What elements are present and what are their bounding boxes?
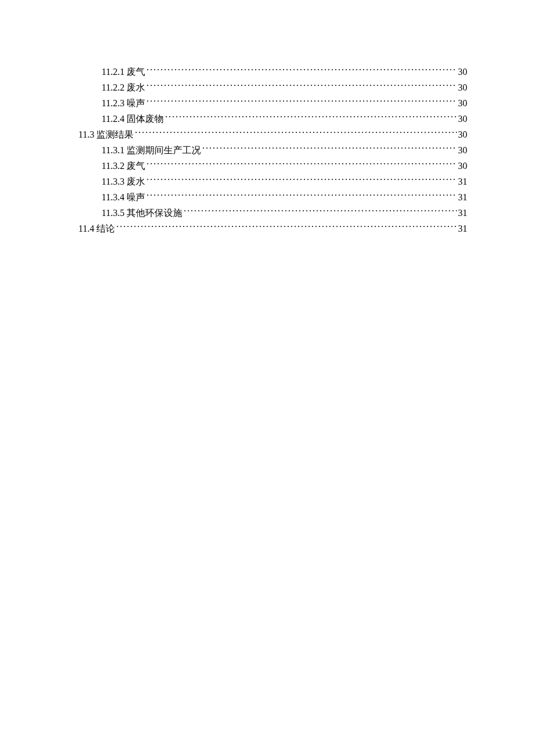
toc-label: 11.2.3 噪声 xyxy=(102,95,145,111)
toc-number: 11.3 xyxy=(78,129,94,139)
toc-number: 11.4 xyxy=(78,224,94,233)
toc-number: 11.3.2 xyxy=(102,161,124,171)
toc-page-number: 30 xyxy=(458,127,467,142)
toc-page-number: 31 xyxy=(458,174,467,189)
toc-title: 噪声 xyxy=(127,98,145,108)
toc-entry[interactable]: 11.3.2 废气30 xyxy=(78,158,467,174)
toc-leader-dots xyxy=(146,97,457,106)
toc-entry[interactable]: 11.2.1 废气30 xyxy=(78,64,467,80)
toc-number: 11.2.3 xyxy=(102,98,124,108)
toc-title: 废水 xyxy=(127,177,145,186)
toc-number: 11.2.1 xyxy=(102,67,124,77)
toc-entry[interactable]: 11.2.2 废水30 xyxy=(78,80,467,95)
toc-entry[interactable]: 11.2.3 噪声30 xyxy=(78,95,467,111)
toc-number: 11.3.4 xyxy=(102,192,124,202)
toc-title: 废气 xyxy=(127,161,145,171)
toc-label: 11.3.5 其他环保设施 xyxy=(102,205,182,221)
toc-page-number: 30 xyxy=(458,64,467,80)
toc-title: 噪声 xyxy=(127,192,145,202)
toc-title: 监测结果 xyxy=(96,129,134,139)
toc-label: 11.3.4 噪声 xyxy=(102,189,145,205)
toc-leader-dots xyxy=(146,66,457,75)
toc-label: 11.3.1 监测期间生产工况 xyxy=(102,142,201,158)
table-of-contents: 11.2.1 废气3011.2.2 废水3011.2.3 噪声3011.2.4 … xyxy=(78,64,467,236)
toc-number: 11.2.2 xyxy=(102,82,124,92)
toc-page-number: 31 xyxy=(458,221,467,236)
toc-entry[interactable]: 11.3.1 监测期间生产工况30 xyxy=(78,142,467,158)
toc-entry[interactable]: 11.2.4 固体废物30 xyxy=(78,111,467,127)
toc-title: 结论 xyxy=(96,224,115,233)
toc-page-number: 31 xyxy=(458,189,467,205)
toc-leader-dots xyxy=(116,222,457,232)
toc-entry[interactable]: 11.3.4 噪声31 xyxy=(78,189,467,205)
toc-leader-dots xyxy=(165,113,457,122)
toc-leader-dots xyxy=(146,191,457,200)
toc-title: 废水 xyxy=(127,82,145,92)
toc-page-number: 30 xyxy=(458,111,467,127)
toc-title: 废气 xyxy=(127,67,145,77)
toc-leader-dots xyxy=(135,128,457,138)
toc-label: 11.4 结论 xyxy=(78,221,115,236)
toc-leader-dots xyxy=(146,175,457,185)
toc-page-number: 30 xyxy=(458,158,467,174)
toc-leader-dots xyxy=(183,207,457,216)
toc-number: 11.3.3 xyxy=(102,177,124,186)
toc-title: 固体废物 xyxy=(127,114,164,124)
toc-leader-dots xyxy=(146,160,457,169)
toc-title: 其他环保设施 xyxy=(127,208,182,218)
toc-entry[interactable]: 11.3.5 其他环保设施31 xyxy=(78,205,467,221)
toc-label: 11.3.3 废水 xyxy=(102,174,145,189)
toc-label: 11.3.2 废气 xyxy=(102,158,145,174)
toc-number: 11.3.1 xyxy=(102,145,124,155)
toc-label: 11.2.4 固体废物 xyxy=(102,111,164,127)
toc-title: 监测期间生产工况 xyxy=(127,145,201,155)
toc-entry[interactable]: 11.3 监测结果30 xyxy=(78,127,467,142)
toc-leader-dots xyxy=(146,81,457,91)
toc-page-number: 30 xyxy=(458,80,467,95)
toc-page-number: 30 xyxy=(458,142,467,158)
toc-page-number: 31 xyxy=(458,205,467,221)
toc-number: 11.2.4 xyxy=(102,114,124,124)
toc-label: 11.3 监测结果 xyxy=(78,127,134,142)
toc-leader-dots xyxy=(202,144,457,153)
toc-entry[interactable]: 11.4 结论31 xyxy=(78,221,467,236)
toc-label: 11.2.2 废水 xyxy=(102,80,145,95)
toc-number: 11.3.5 xyxy=(102,208,124,218)
toc-label: 11.2.1 废气 xyxy=(102,64,145,80)
toc-entry[interactable]: 11.3.3 废水31 xyxy=(78,174,467,189)
toc-page-number: 30 xyxy=(458,95,467,111)
